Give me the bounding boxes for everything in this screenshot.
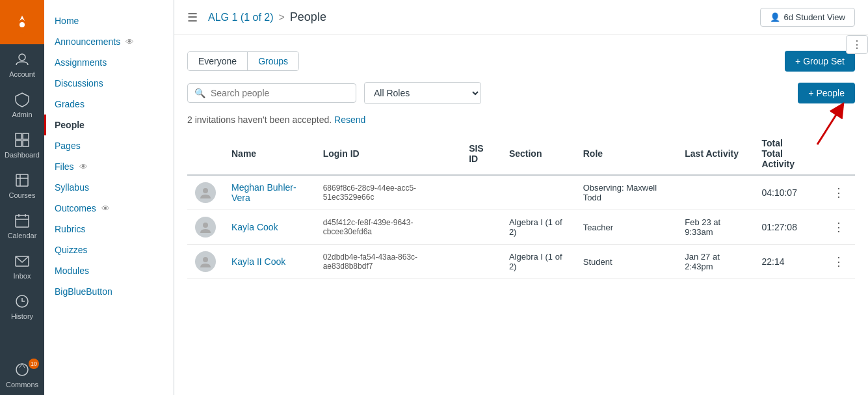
search-input[interactable] [211, 88, 349, 98]
invitation-notice: 2 invitations haven't been accepted. Res… [187, 115, 855, 125]
course-nav-syllabus[interactable]: Syllabus [44, 177, 174, 198]
outcomes-visibility-icon: 👁 [101, 204, 110, 213]
course-nav-files[interactable]: Files 👁 [44, 156, 174, 177]
page-title: People [290, 10, 326, 24]
course-nav-quizzes[interactable]: Quizzes [44, 239, 174, 260]
tab-groups[interactable]: Groups [248, 52, 298, 70]
avatar-cell [187, 245, 224, 279]
course-nav-bigbluebutton[interactable]: BigBlueButton [44, 281, 174, 302]
course-nav-discussions[interactable]: Discussions [44, 73, 174, 94]
svg-point-22 [203, 257, 208, 262]
files-visibility-icon: 👁 [79, 162, 88, 172]
sis-id-cell [461, 245, 501, 279]
course-nav-grades-label: Grades [55, 99, 85, 109]
login-id-cell: 02dbdb4e-fa54-43aa-863c-ae83d8b8bdf7 [315, 245, 462, 279]
svg-point-2 [19, 54, 25, 61]
col-last-activity: Last Activity [677, 133, 754, 175]
history-icon [14, 293, 31, 310]
course-nav-assignments[interactable]: Assignments [44, 52, 174, 73]
student-view-button[interactable]: 👤 6d Student View [760, 8, 855, 27]
tab-everyone-label: Everyone [198, 56, 237, 66]
total-activity-cell: 22:14 [754, 245, 822, 279]
name-cell: Kayla II Cook [224, 245, 315, 279]
course-nav-people-label: People [55, 120, 85, 130]
admin-icon [14, 91, 31, 108]
more-options-button[interactable]: ⋮ [846, 35, 868, 54]
avatar-cell [187, 210, 224, 245]
nav-item-calendar[interactable]: Calendar [0, 206, 44, 246]
hamburger-menu-icon[interactable]: ☰ [187, 10, 198, 25]
roles-select[interactable]: All Roles Teacher Student Observer Desig… [364, 82, 481, 104]
student-view-icon: 👤 [770, 12, 780, 22]
nav-item-dashboard[interactable]: Dashboard [0, 125, 44, 165]
courses-icon [14, 172, 31, 189]
row-menu-button[interactable]: ⋮ [830, 185, 847, 200]
course-nav-home[interactable]: Home [44, 10, 174, 31]
course-nav-outcomes-label: Outcomes [55, 203, 96, 213]
course-nav-modules-label: Modules [55, 266, 89, 276]
nav-item-commons[interactable]: Commons 10 [0, 355, 44, 395]
section-cell [501, 175, 575, 210]
nav-item-courses[interactable]: Courses [0, 165, 44, 206]
nav-label-calendar: Calendar [8, 232, 37, 239]
person-name-link[interactable]: Meghan Buhler-Vera [231, 182, 296, 203]
svg-rect-4 [23, 133, 29, 139]
svg-point-16 [16, 364, 28, 375]
row-menu-button[interactable]: ⋮ [830, 254, 847, 269]
search-wrapper: 🔍 [187, 83, 356, 103]
course-nav-grades[interactable]: Grades [44, 94, 174, 115]
nav-item-admin[interactable]: Admin [0, 85, 44, 125]
svg-point-21 [203, 223, 208, 228]
global-nav: Account Admin Dashboard Co [0, 0, 44, 395]
row-menu-button[interactable]: ⋮ [830, 220, 847, 234]
nav-item-inbox[interactable]: Inbox [0, 246, 44, 286]
col-login-id: Login ID [315, 133, 462, 175]
avatar [195, 182, 216, 203]
course-nav-quizzes-label: Quizzes [55, 245, 88, 255]
login-id-cell: 6869f8c6-28c9-44ee-acc5-51ec3529e66c [315, 175, 462, 210]
invitation-message: 2 invitations haven't been accepted. [187, 115, 332, 125]
course-nav-rubrics[interactable]: Rubrics [44, 219, 174, 239]
avatar-cell [187, 175, 224, 210]
course-nav-pages[interactable]: Pages [44, 135, 174, 156]
nav-item-account[interactable]: Account [0, 44, 44, 85]
dashboard-icon [14, 131, 31, 148]
last-activity-cell: Feb 23 at 9:33am [677, 210, 754, 245]
row-actions-cell: ⋮ [822, 175, 855, 210]
inbox-icon [14, 252, 31, 269]
logo[interactable] [0, 0, 44, 44]
announcements-visibility-icon: 👁 [125, 37, 134, 47]
person-name-link[interactable]: Kayla II Cook [231, 256, 285, 267]
tabs-row: Everyone Groups + Group Set [187, 51, 855, 72]
role-cell: Teacher [575, 210, 677, 245]
add-people-button[interactable]: + People [798, 83, 855, 103]
top-right-menu: ⋮ [846, 35, 868, 54]
course-nav-outcomes[interactable]: Outcomes 👁 [44, 198, 174, 219]
course-nav-bigbluebutton-label: BigBlueButton [55, 286, 112, 297]
group-set-button[interactable]: + Group Set [785, 51, 855, 72]
table-row: Meghan Buhler-Vera 6869f8c6-28c9-44ee-ac… [187, 175, 855, 210]
nav-label-account: Account [9, 70, 35, 78]
course-nav-modules[interactable]: Modules [44, 260, 174, 281]
course-nav-announcements[interactable]: Announcements 👁 [44, 31, 174, 52]
nav-item-history[interactable]: History [0, 286, 44, 327]
page-header: ☰ ALG 1 (1 of 2) > People 👤 6d Student V… [174, 0, 868, 35]
add-people-label: + People [808, 88, 845, 98]
role-cell: Observing: Maxwell Todd [575, 175, 677, 210]
course-nav-assignments-label: Assignments [55, 57, 107, 68]
breadcrumb-course-link[interactable]: ALG 1 (1 of 2) [208, 12, 274, 23]
course-nav-people[interactable]: People [44, 115, 174, 135]
student-view-label: 6d Student View [784, 12, 845, 22]
course-nav: Home Announcements 👁 Assignments Discuss… [44, 0, 174, 395]
group-set-label: + Group Set [795, 56, 845, 66]
resend-link[interactable]: Resend [334, 115, 365, 125]
col-name: Name [224, 133, 315, 175]
col-role: Role [575, 133, 677, 175]
person-name-link[interactable]: Kayla Cook [231, 222, 278, 232]
row-actions-cell: ⋮ [822, 210, 855, 245]
svg-rect-3 [16, 133, 21, 139]
col-actions [822, 133, 855, 175]
main-content: ☰ ALG 1 (1 of 2) > People 👤 6d Student V… [174, 0, 868, 395]
nav-label-history: History [11, 312, 33, 320]
tab-everyone[interactable]: Everyone [188, 52, 248, 70]
